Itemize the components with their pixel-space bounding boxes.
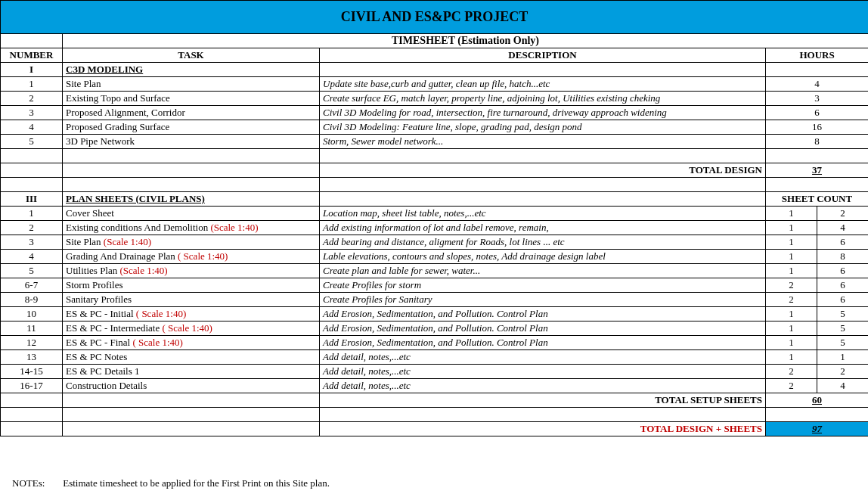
cell-task[interactable]: Site Plan (Scale 1:40) [63,235,320,250]
cell-task[interactable]: ES & PC - Initial ( Scale 1:40) [63,307,320,321]
total-setup-label[interactable]: TOTAL SETUP SHEETS [320,393,766,408]
cell-number[interactable]: 14-15 [1,365,63,379]
cell-desc[interactable]: Add detail, notes,...etc [320,365,766,379]
cell-task[interactable]: Utilities Plan (Scale 1:40) [63,264,320,278]
cell-hours[interactable]: 6 [766,106,869,120]
cell-count1[interactable]: 1 [766,307,817,321]
section1-number[interactable]: I [1,63,63,77]
cell-desc[interactable]: Create surface EG, match layer, property… [320,92,766,106]
cell[interactable] [63,163,320,178]
cell-hours[interactable]: 8 [766,135,869,149]
cell-task[interactable]: Construction Details [63,379,320,393]
cell-count1[interactable]: 1 [766,350,817,365]
header-number[interactable]: NUMBER [1,48,63,63]
cell-task[interactable]: Cover Sheet [63,207,320,221]
cell[interactable] [766,63,869,77]
cell-desc[interactable]: Add Erosion, Sedimentation, and Pollutio… [320,336,766,350]
cell-count1[interactable]: 1 [766,221,817,235]
cell[interactable] [1,163,63,178]
cell-desc[interactable]: Create Profiles for Sanitary [320,293,766,307]
grand-total-value[interactable]: 97 [766,422,869,436]
cell-task[interactable]: Storm Profiles [63,278,320,293]
cell-hours[interactable]: 4 [766,77,869,92]
cell-desc[interactable]: Lable elevations, contours and slopes, n… [320,250,766,264]
cell-number[interactable]: 6-7 [1,278,63,293]
cell-number[interactable]: 10 [1,307,63,321]
cell-count2[interactable]: 6 [817,293,869,307]
cell-task[interactable]: ES & PC Details 1 [63,365,320,379]
cell[interactable] [320,192,766,207]
cell-count2[interactable]: 8 [817,250,869,264]
cell-desc[interactable]: Add Erosion, Sedimentation, and Pollutio… [320,307,766,321]
total-design-label[interactable]: TOTAL DESIGN [320,163,766,178]
cell[interactable] [63,422,320,436]
cell[interactable] [320,149,766,163]
cell-number[interactable]: 12 [1,336,63,350]
cell-count1[interactable]: 1 [766,235,817,250]
cell-count2[interactable]: 2 [817,365,869,379]
cell[interactable] [766,178,869,192]
cell[interactable] [766,408,869,422]
cell[interactable] [320,63,766,77]
cell-desc[interactable]: Add detail, notes,...etc [320,350,766,365]
cell[interactable] [63,178,320,192]
cell-desc[interactable]: Storm, Sewer model network... [320,135,766,149]
cell-number[interactable]: 8-9 [1,293,63,307]
cell-number[interactable]: 2 [1,92,63,106]
cell-task[interactable]: ES & PC - Intermediate ( Scale 1:40) [63,321,320,336]
cell-count1[interactable]: 2 [766,365,817,379]
header-hours[interactable]: HOURS [766,48,869,63]
cell[interactable] [1,408,63,422]
cell-desc[interactable]: Update site base,curb and gutter, clean … [320,77,766,92]
cell-number[interactable]: 16-17 [1,379,63,393]
cell-task[interactable]: ES & PC Notes [63,350,320,365]
cell[interactable] [320,408,766,422]
cell[interactable] [1,178,63,192]
cell-count2[interactable]: 4 [817,221,869,235]
cell-task[interactable]: Site Plan [63,77,320,92]
cell-number[interactable]: 13 [1,350,63,365]
cell-task[interactable]: Proposed Grading Surface [63,120,320,135]
cell-task[interactable]: Grading And Drainage Plan ( Scale 1:40) [63,250,320,264]
cell-count1[interactable]: 2 [766,293,817,307]
cell[interactable] [63,149,320,163]
total-setup-value[interactable]: 60 [766,393,869,408]
cell-task[interactable]: Existing Topo and Surface [63,92,320,106]
cell-number[interactable]: 4 [1,250,63,264]
cell-desc[interactable]: Add bearing and distance, aligment for R… [320,235,766,250]
header-sheet-count[interactable]: SHEET COUNT [766,192,869,207]
cell[interactable] [63,393,320,408]
cell-number[interactable]: 4 [1,120,63,135]
cell-count1[interactable]: 1 [766,336,817,350]
cell-number[interactable]: 1 [1,207,63,221]
header-task[interactable]: TASK [63,48,320,63]
cell-number[interactable]: 3 [1,106,63,120]
cell-desc[interactable]: Create Profiles for storm [320,278,766,293]
section1-title[interactable]: C3D MODELING [63,63,320,77]
cell-count2[interactable]: 6 [817,235,869,250]
header-description[interactable]: DESCRIPTION [320,48,766,63]
cell-count1[interactable]: 1 [766,207,817,221]
cell-hours[interactable]: 16 [766,120,869,135]
cell-desc[interactable]: Add existing information of lot and labe… [320,221,766,235]
section3-title[interactable]: PLAN SHEETS (CIVIL PLANS) [63,192,320,207]
cell-desc[interactable]: Add detail, notes,...etc [320,379,766,393]
cell-count2[interactable]: 2 [817,207,869,221]
total-design-value[interactable]: 37 [766,163,869,178]
cell[interactable] [1,149,63,163]
cell-desc[interactable]: Civil 3D Modeling: Feature line, slope, … [320,120,766,135]
cell-count2[interactable]: 6 [817,278,869,293]
cell-count2[interactable]: 5 [817,307,869,321]
cell-number[interactable]: 5 [1,264,63,278]
cell[interactable] [1,393,63,408]
cell-number[interactable]: 11 [1,321,63,336]
cell-count2[interactable]: 4 [817,379,869,393]
grand-total-label[interactable]: TOTAL DESIGN + SHEETS [320,422,766,436]
cell[interactable] [63,408,320,422]
cell-hours[interactable]: 3 [766,92,869,106]
cell-count1[interactable]: 1 [766,321,817,336]
cell-number[interactable]: 2 [1,221,63,235]
cell-count2[interactable]: 1 [817,350,869,365]
cell-number[interactable]: 5 [1,135,63,149]
cell-count2[interactable]: 5 [817,321,869,336]
